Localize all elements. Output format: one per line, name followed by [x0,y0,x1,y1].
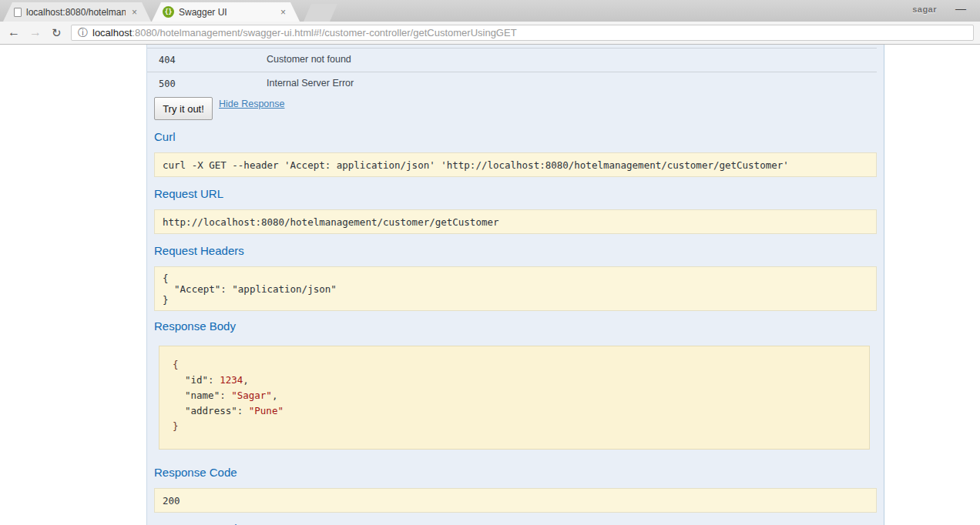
tab-localhost[interactable]: localhost:8080/hotelman × [3,2,151,22]
table-row: 404 Customer not found [147,48,877,72]
http-status-code: 500 [159,79,176,89]
refresh-icon[interactable]: ↻ [52,25,62,41]
json-key: "name" [185,390,220,401]
response-code-value: 200 [154,488,877,513]
swagger-operation-panel: 404 Customer not found 500 Internal Serv… [146,45,884,525]
json-line: "name": "Sagar", [173,388,284,403]
json-line: "id": 1234, [173,373,284,388]
new-tab-button[interactable] [304,4,337,22]
tab-title: localhost:8080/hotelman [26,7,126,18]
json-comma: , [272,390,278,401]
request-headers-value: { "Accept": "application/json" } [154,266,877,311]
json-colon: : [208,374,220,386]
profile-name[interactable]: sagar [912,5,937,14]
json-value: "Pune" [249,405,284,416]
page-favicon-icon [14,8,22,17]
response-body-heading: Response Body [154,319,236,333]
back-icon[interactable]: ← [8,25,20,40]
http-status-reason: Customer not found [267,54,351,65]
response-body-json: { "id": 1234, "name": "Sagar", "address"… [173,357,284,434]
json-value: "Sagar" [231,390,272,401]
json-line: { [173,357,284,373]
address-bar[interactable]: ⓘ localhost :8080/hotelmanagement/swagge… [71,25,974,41]
tab-title: Swagger UI [179,7,274,18]
json-value: 1234 [220,374,243,386]
hide-response-link[interactable]: Hide Response [219,99,284,109]
close-tab-icon[interactable]: × [279,7,287,18]
request-headers-heading: Request Headers [154,244,244,257]
forward-icon: → [29,25,42,40]
json-brace: { [173,359,179,370]
swagger-favicon-icon: {} [163,6,174,18]
request-url-heading: Request URL [154,187,223,200]
json-comma: , [243,374,249,386]
response-body-box: { "id": 1234, "name": "Sagar", "address"… [159,346,870,450]
json-key: "address" [185,405,237,416]
url-host: localhost [92,27,132,38]
http-status-code: 404 [159,55,176,65]
close-tab-icon[interactable]: × [130,7,139,18]
json-line: "address": "Pune" [173,403,284,419]
browser-titlebar: localhost:8080/hotelman × {} Swagger UI … [0,0,980,22]
http-status-reason: Internal Server Error [267,78,354,89]
json-brace: } [173,420,179,432]
url-path: :8080/hotelmanagement/swagger-ui.html#!/… [132,27,516,38]
table-row: 500 Internal Server Error [147,72,877,95]
json-key: "id" [185,374,208,386]
tab-swagger-ui[interactable]: {} Swagger UI × [152,2,300,22]
browser-toolbar: ← → ↻ ⓘ localhost :8080/hotelmanagement/… [0,22,980,45]
page-info-icon[interactable]: ⓘ [78,26,88,40]
next-section-heading-cutoff: Response Headers [154,522,253,525]
json-colon: : [237,405,249,416]
curl-command: curl -X GET --header 'Accept: applicatio… [154,152,877,177]
json-line: } [173,419,284,434]
response-code-heading: Response Code [154,466,237,479]
minimize-button[interactable]: — [955,2,966,15]
response-messages-table: 404 Customer not found 500 Internal Serv… [147,48,877,95]
json-colon: : [220,390,231,401]
try-it-out-button[interactable]: Try it out! [154,97,213,120]
curl-heading: Curl [154,130,176,143]
request-url-value: http://localhost:8080/hotelmanagement/cu… [154,209,877,234]
